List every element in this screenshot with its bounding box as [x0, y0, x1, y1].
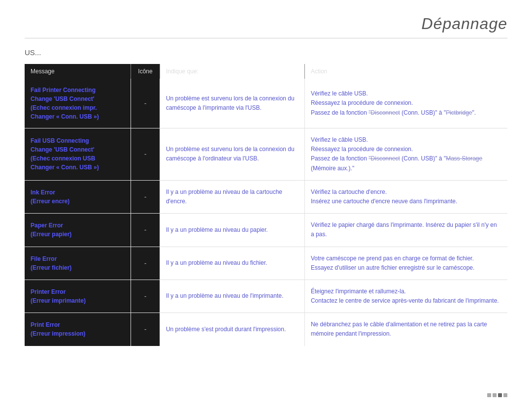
- table-row: Print Error(Erreur impression)-Un problè…: [25, 313, 507, 346]
- header: Dépannage: [25, 15, 507, 38]
- cell-indicates: Il y a un problème au niveau du papier.: [160, 214, 304, 247]
- cell-icon: -: [131, 128, 160, 181]
- page-indicator: [487, 393, 507, 397]
- cell-action: Ne débranchez pas le câble d'alimentatio…: [304, 313, 507, 346]
- cell-action: Votre caméscope ne prend pas en charge c…: [304, 247, 507, 280]
- table-row: Paper Error(Erreur papier)-Il y a un pro…: [25, 214, 507, 247]
- cell-indicates: Il y a un problème au niveau de la carto…: [160, 180, 304, 213]
- dot-2: [493, 393, 497, 397]
- col-header-icon: Icône: [131, 64, 160, 79]
- table-row: Fail Printer ConnectingChange 'USB Conne…: [25, 79, 507, 128]
- cell-message: Fail Printer ConnectingChange 'USB Conne…: [25, 79, 131, 128]
- cell-action: Vérifiez le câble USB.Réessayez la procé…: [304, 128, 507, 181]
- table-row: Printer Error(Erreur imprimante)-Il y a …: [25, 280, 507, 313]
- cell-indicates: Un problème est survenu lors de la conne…: [160, 79, 304, 128]
- cell-indicates: Un problème est survenu lors de la conne…: [160, 128, 304, 181]
- col-header-indicates: Indique que:: [160, 64, 304, 79]
- error-table: Message Icône Indique que: Action Fail P…: [25, 64, 507, 346]
- cell-indicates: Il y a un problème au niveau de l'imprim…: [160, 280, 304, 313]
- cell-action: Vérifiez le papier chargé dans l'imprima…: [304, 214, 507, 247]
- table-row: Ink Error(Erreur encre)-Il y a un problè…: [25, 180, 507, 213]
- table-row: Fail USB ConnectingChange 'USB Connect'(…: [25, 128, 507, 181]
- cell-message: Paper Error(Erreur papier): [25, 214, 131, 247]
- page-title: Dépannage: [422, 15, 507, 33]
- section-subtitle: US...: [25, 48, 507, 57]
- cell-message: Fail USB ConnectingChange 'USB Connect'(…: [25, 128, 131, 181]
- col-header-message: Message: [25, 64, 131, 79]
- cell-icon: -: [131, 79, 160, 128]
- cell-message: File Error(Erreur fichier): [25, 247, 131, 280]
- cell-indicates: Il y a un problème au niveau du fichier.: [160, 247, 304, 280]
- cell-icon: -: [131, 214, 160, 247]
- cell-action: Éteignez l'imprimante et rallumez-la.Con…: [304, 280, 507, 313]
- cell-icon: -: [131, 313, 160, 346]
- dot-3: [498, 393, 502, 397]
- footer: [487, 393, 507, 397]
- col-header-action: Action: [304, 64, 507, 79]
- cell-icon: -: [131, 180, 160, 213]
- cell-indicates: Un problème s'est produit durant l'impre…: [160, 313, 304, 346]
- cell-message: Printer Error(Erreur imprimante): [25, 280, 131, 313]
- cell-message: Print Error(Erreur impression): [25, 313, 131, 346]
- cell-action: Vérifiez le câble USB.Réessayez la procé…: [304, 79, 507, 128]
- table-header-row: Message Icône Indique que: Action: [25, 64, 507, 79]
- cell-action: Vérifiez la cartouche d'encre.Insérez un…: [304, 180, 507, 213]
- dot-4: [503, 393, 507, 397]
- dot-1: [487, 393, 491, 397]
- cell-icon: -: [131, 280, 160, 313]
- table-row: File Error(Erreur fichier)-Il y a un pro…: [25, 247, 507, 280]
- cell-message: Ink Error(Erreur encre): [25, 180, 131, 213]
- cell-icon: -: [131, 247, 160, 280]
